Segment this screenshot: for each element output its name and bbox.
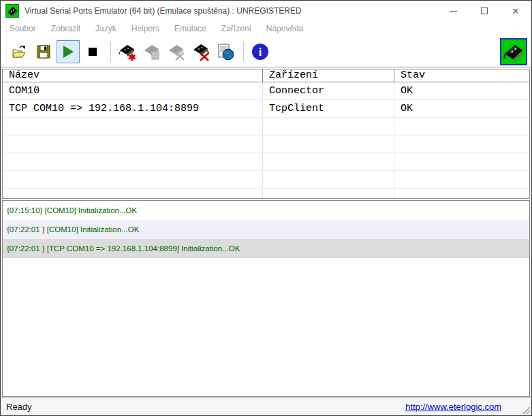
menu-helpers[interactable]: Helpers bbox=[124, 21, 167, 36]
svg-text:✱: ✱ bbox=[128, 52, 136, 61]
empty-table-row bbox=[3, 135, 529, 153]
device-properties-icon bbox=[142, 42, 161, 61]
start-emulation-button[interactable] bbox=[57, 40, 80, 63]
save-button[interactable] bbox=[32, 40, 55, 63]
app-window: Virtual Serial Ports Emulator (64 bit) (… bbox=[0, 0, 532, 416]
info-button[interactable]: i bbox=[249, 40, 272, 63]
log-panel: {07:15:10} [COM10] Initialization...OK {… bbox=[2, 200, 530, 397]
column-header-nazev[interactable]: Název bbox=[3, 69, 263, 82]
create-device-icon: ✱ bbox=[118, 42, 137, 61]
empty-table-row bbox=[3, 189, 529, 199]
log-entry[interactable]: {07:15:10} [COM10] Initialization...OK bbox=[3, 201, 529, 220]
menu-napoveda[interactable]: Nápověda bbox=[259, 21, 311, 36]
column-header-stav[interactable]: Stav bbox=[394, 69, 529, 82]
menu-zobrazit[interactable]: Zobrazit bbox=[44, 21, 88, 36]
menu-bar: Soubor Zobrazit Jazyk Helpers Emulace Za… bbox=[1, 21, 531, 36]
svg-text:i: i bbox=[259, 46, 262, 58]
log-entry-selected[interactable]: {07:22:01 } [TCP COM10 => 192.168.1.104:… bbox=[3, 239, 529, 258]
device-name: COM10 bbox=[3, 82, 263, 100]
menu-zarizeni[interactable]: Zařízení bbox=[214, 21, 259, 36]
delete-device-button[interactable] bbox=[165, 40, 188, 63]
device-status: OK bbox=[394, 100, 529, 118]
log-entry[interactable]: {07:22:01 } [COM10] Initialization...OK bbox=[3, 220, 529, 239]
column-header-zarizeni[interactable]: Zařízení bbox=[263, 69, 394, 82]
toolbar-separator bbox=[243, 42, 244, 62]
delete-all-devices-button[interactable] bbox=[189, 40, 213, 63]
device-type: Connector bbox=[263, 82, 394, 100]
open-folder-icon bbox=[11, 44, 27, 60]
eterlogic-link[interactable]: http://www.eterlogic.com bbox=[405, 402, 501, 412]
title-bar: Virtual Serial Ports Emulator (64 bit) (… bbox=[1, 1, 531, 21]
network-monitor-button[interactable] bbox=[214, 40, 237, 63]
minimize-icon[interactable] bbox=[437, 1, 469, 21]
maximize-icon[interactable] bbox=[469, 1, 500, 21]
menu-soubor[interactable]: Soubor bbox=[2, 21, 44, 36]
start-emulation-icon bbox=[63, 46, 74, 58]
toolbar-separator bbox=[110, 42, 111, 62]
window-controls: ✕ bbox=[437, 1, 531, 21]
save-icon bbox=[36, 44, 51, 59]
device-properties-button[interactable] bbox=[140, 40, 163, 63]
open-button[interactable] bbox=[7, 40, 31, 63]
device-name: TCP COM10 => 192.168.1.104:8899 bbox=[3, 100, 263, 118]
window-title: Virtual Serial Ports Emulator (64 bit) (… bbox=[25, 6, 302, 16]
device-table-header: Název Zařízení Stav bbox=[3, 69, 529, 82]
empty-table-row bbox=[3, 171, 529, 189]
status-text: Ready bbox=[6, 402, 32, 412]
table-row[interactable]: COM10 Connector OK bbox=[3, 82, 529, 100]
network-monitor-icon bbox=[216, 42, 235, 61]
close-icon[interactable]: ✕ bbox=[500, 1, 531, 21]
info-icon: i bbox=[251, 43, 269, 61]
app-logo-icon bbox=[5, 4, 19, 18]
toolbar: ✱ bbox=[1, 36, 531, 67]
device-type: TcpClient bbox=[263, 100, 394, 118]
delete-device-icon bbox=[167, 42, 186, 61]
stop-emulation-button[interactable] bbox=[81, 40, 104, 63]
create-device-button[interactable]: ✱ bbox=[116, 40, 139, 63]
menu-emulace[interactable]: Emulace bbox=[167, 21, 214, 36]
menu-jazyk[interactable]: Jazyk bbox=[88, 21, 124, 36]
empty-table-row bbox=[3, 153, 529, 171]
resize-grip[interactable] bbox=[520, 404, 530, 414]
status-bar: Ready http://www.eterlogic.com bbox=[1, 397, 531, 415]
vspe-logo-icon bbox=[500, 38, 527, 65]
device-table: Název Zařízení Stav COM10 Connector OK T… bbox=[2, 69, 530, 199]
device-status: OK bbox=[394, 82, 529, 100]
stop-emulation-icon bbox=[89, 48, 97, 56]
empty-table-row bbox=[3, 118, 529, 135]
table-row[interactable]: TCP COM10 => 192.168.1.104:8899 TcpClien… bbox=[3, 100, 529, 118]
delete-all-devices-icon bbox=[191, 42, 210, 61]
